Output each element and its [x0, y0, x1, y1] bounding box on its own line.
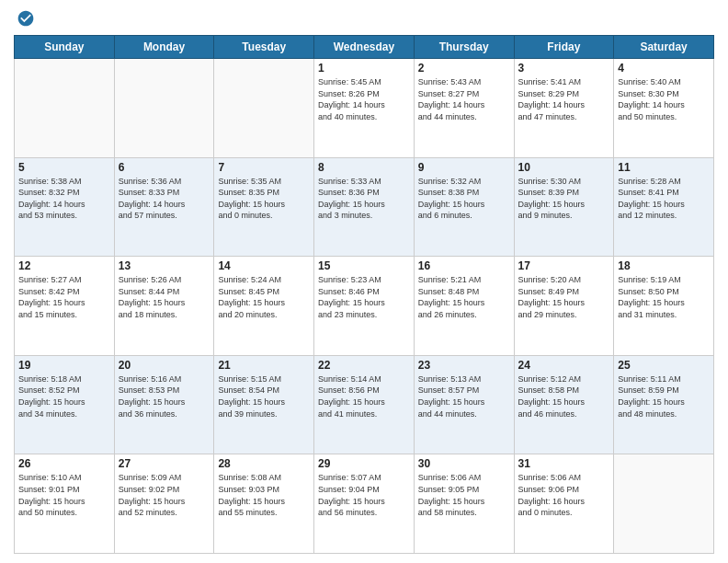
calendar-week-row: 12Sunrise: 5:27 AM Sunset: 8:42 PM Dayli… [15, 257, 714, 356]
logo [14, 9, 35, 28]
day-number: 11 [618, 161, 710, 174]
page: Sunday Monday Tuesday Wednesday Thursday… [0, 0, 728, 563]
table-row: 29Sunrise: 5:07 AM Sunset: 9:04 PM Dayli… [314, 454, 415, 554]
table-row: 3Sunrise: 5:41 AM Sunset: 8:29 PM Daylig… [514, 59, 614, 158]
calendar-week-row: 1Sunrise: 5:45 AM Sunset: 8:26 PM Daylig… [15, 59, 714, 158]
calendar-week-row: 5Sunrise: 5:38 AM Sunset: 8:32 PM Daylig… [15, 157, 714, 257]
table-row: 10Sunrise: 5:30 AM Sunset: 8:39 PM Dayli… [514, 157, 614, 257]
table-row: 7Sunrise: 5:35 AM Sunset: 8:35 PM Daylig… [214, 157, 314, 257]
day-info: Sunrise: 5:27 AM Sunset: 8:42 PM Dayligh… [18, 274, 110, 320]
day-info: Sunrise: 5:06 AM Sunset: 9:05 PM Dayligh… [418, 472, 510, 518]
table-row: 1Sunrise: 5:45 AM Sunset: 8:26 PM Daylig… [314, 59, 415, 158]
day-number: 19 [18, 359, 110, 372]
day-info: Sunrise: 5:45 AM Sunset: 8:26 PM Dayligh… [318, 76, 410, 122]
table-row: 16Sunrise: 5:21 AM Sunset: 8:48 PM Dayli… [414, 257, 514, 356]
day-info: Sunrise: 5:06 AM Sunset: 9:06 PM Dayligh… [518, 472, 610, 518]
day-info: Sunrise: 5:19 AM Sunset: 8:50 PM Dayligh… [618, 274, 710, 320]
day-number: 30 [418, 457, 510, 470]
table-row: 28Sunrise: 5:08 AM Sunset: 9:03 PM Dayli… [214, 454, 314, 554]
day-number: 4 [618, 62, 710, 75]
day-info: Sunrise: 5:11 AM Sunset: 8:59 PM Dayligh… [618, 373, 710, 419]
table-row: 5Sunrise: 5:38 AM Sunset: 8:32 PM Daylig… [15, 157, 115, 257]
day-number: 8 [318, 161, 410, 174]
table-row: 12Sunrise: 5:27 AM Sunset: 8:42 PM Dayli… [15, 257, 115, 356]
table-row [214, 59, 314, 158]
day-number: 17 [518, 259, 610, 272]
day-number: 20 [119, 359, 210, 372]
col-monday: Monday [114, 36, 214, 59]
table-row: 20Sunrise: 5:16 AM Sunset: 8:53 PM Dayli… [114, 355, 214, 454]
day-info: Sunrise: 5:07 AM Sunset: 9:04 PM Dayligh… [318, 472, 410, 518]
day-number: 24 [518, 359, 610, 372]
table-row [15, 59, 115, 158]
day-number: 1 [318, 62, 410, 75]
day-info: Sunrise: 5:16 AM Sunset: 8:53 PM Dayligh… [119, 373, 210, 419]
table-row: 4Sunrise: 5:40 AM Sunset: 8:30 PM Daylig… [614, 59, 714, 158]
day-info: Sunrise: 5:28 AM Sunset: 8:41 PM Dayligh… [618, 176, 710, 222]
table-row: 25Sunrise: 5:11 AM Sunset: 8:59 PM Dayli… [614, 355, 714, 454]
day-info: Sunrise: 5:32 AM Sunset: 8:38 PM Dayligh… [418, 176, 510, 222]
day-number: 25 [618, 359, 710, 372]
day-number: 21 [218, 359, 310, 372]
day-number: 9 [418, 161, 510, 174]
day-number: 22 [318, 359, 410, 372]
day-info: Sunrise: 5:35 AM Sunset: 8:35 PM Dayligh… [218, 176, 310, 222]
table-row [114, 59, 214, 158]
col-sunday: Sunday [15, 36, 115, 59]
day-number: 18 [618, 259, 710, 272]
day-info: Sunrise: 5:21 AM Sunset: 8:48 PM Dayligh… [418, 274, 510, 320]
day-info: Sunrise: 5:33 AM Sunset: 8:36 PM Dayligh… [318, 176, 410, 222]
day-number: 6 [119, 161, 210, 174]
day-number: 28 [218, 457, 310, 470]
day-info: Sunrise: 5:36 AM Sunset: 8:33 PM Dayligh… [119, 176, 210, 222]
day-number: 5 [18, 161, 110, 174]
table-row: 6Sunrise: 5:36 AM Sunset: 8:33 PM Daylig… [114, 157, 214, 257]
day-info: Sunrise: 5:15 AM Sunset: 8:54 PM Dayligh… [218, 373, 310, 419]
day-info: Sunrise: 5:38 AM Sunset: 8:32 PM Dayligh… [18, 176, 110, 222]
table-row: 26Sunrise: 5:10 AM Sunset: 9:01 PM Dayli… [15, 454, 115, 554]
day-number: 12 [18, 259, 110, 272]
day-info: Sunrise: 5:20 AM Sunset: 8:49 PM Dayligh… [518, 274, 610, 320]
calendar-header-row: Sunday Monday Tuesday Wednesday Thursday… [15, 36, 714, 59]
day-number: 13 [119, 259, 210, 272]
col-saturday: Saturday [614, 36, 714, 59]
table-row: 8Sunrise: 5:33 AM Sunset: 8:36 PM Daylig… [314, 157, 415, 257]
col-friday: Friday [514, 36, 614, 59]
day-info: Sunrise: 5:24 AM Sunset: 8:45 PM Dayligh… [218, 274, 310, 320]
table-row: 2Sunrise: 5:43 AM Sunset: 8:27 PM Daylig… [414, 59, 514, 158]
table-row: 21Sunrise: 5:15 AM Sunset: 8:54 PM Dayli… [214, 355, 314, 454]
table-row [614, 454, 714, 554]
table-row: 24Sunrise: 5:12 AM Sunset: 8:58 PM Dayli… [514, 355, 614, 454]
day-info: Sunrise: 5:43 AM Sunset: 8:27 PM Dayligh… [418, 76, 510, 122]
day-info: Sunrise: 5:08 AM Sunset: 9:03 PM Dayligh… [218, 472, 310, 518]
day-info: Sunrise: 5:09 AM Sunset: 9:02 PM Dayligh… [119, 472, 210, 518]
day-number: 26 [18, 457, 110, 470]
day-number: 31 [518, 457, 610, 470]
table-row: 23Sunrise: 5:13 AM Sunset: 8:57 PM Dayli… [414, 355, 514, 454]
table-row: 18Sunrise: 5:19 AM Sunset: 8:50 PM Dayli… [614, 257, 714, 356]
day-info: Sunrise: 5:14 AM Sunset: 8:56 PM Dayligh… [318, 373, 410, 419]
day-number: 16 [418, 259, 510, 272]
day-info: Sunrise: 5:23 AM Sunset: 8:46 PM Dayligh… [318, 274, 410, 320]
calendar-table: Sunday Monday Tuesday Wednesday Thursday… [14, 35, 714, 554]
calendar-week-row: 26Sunrise: 5:10 AM Sunset: 9:01 PM Dayli… [15, 454, 714, 554]
table-row: 15Sunrise: 5:23 AM Sunset: 8:46 PM Dayli… [314, 257, 415, 356]
day-info: Sunrise: 5:12 AM Sunset: 8:58 PM Dayligh… [518, 373, 610, 419]
day-info: Sunrise: 5:18 AM Sunset: 8:52 PM Dayligh… [18, 373, 110, 419]
day-number: 14 [218, 259, 310, 272]
day-number: 7 [218, 161, 310, 174]
table-row: 11Sunrise: 5:28 AM Sunset: 8:41 PM Dayli… [614, 157, 714, 257]
table-row: 17Sunrise: 5:20 AM Sunset: 8:49 PM Dayli… [514, 257, 614, 356]
header [14, 9, 714, 28]
logo-icon [17, 9, 35, 28]
day-info: Sunrise: 5:10 AM Sunset: 9:01 PM Dayligh… [18, 472, 110, 518]
table-row: 22Sunrise: 5:14 AM Sunset: 8:56 PM Dayli… [314, 355, 415, 454]
table-row: 14Sunrise: 5:24 AM Sunset: 8:45 PM Dayli… [214, 257, 314, 356]
day-info: Sunrise: 5:30 AM Sunset: 8:39 PM Dayligh… [518, 176, 610, 222]
day-number: 29 [318, 457, 410, 470]
table-row: 31Sunrise: 5:06 AM Sunset: 9:06 PM Dayli… [514, 454, 614, 554]
day-info: Sunrise: 5:13 AM Sunset: 8:57 PM Dayligh… [418, 373, 510, 419]
col-thursday: Thursday [414, 36, 514, 59]
table-row: 19Sunrise: 5:18 AM Sunset: 8:52 PM Dayli… [15, 355, 115, 454]
day-number: 23 [418, 359, 510, 372]
